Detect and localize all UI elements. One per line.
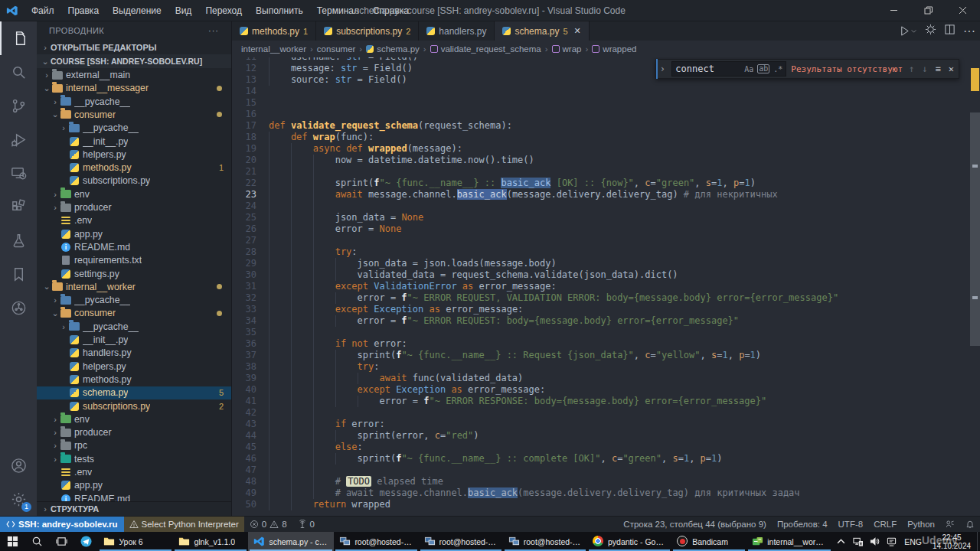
breadcrumb-wrapped[interactable]: wrapped (592, 44, 636, 54)
code-line-21[interactable]: 21 (232, 166, 980, 178)
tree-item-subscriptions.py[interactable]: subscriptions.py (37, 174, 231, 187)
workspace-section[interactable]: ⌄COURSE [SSH: ANDREY-SOBOLEV.RU] (37, 54, 231, 69)
whole-word-icon[interactable]: ab (757, 64, 769, 73)
code-line-38[interactable]: 38try: (232, 361, 980, 373)
editor-scrollbar[interactable] (970, 57, 980, 516)
tree-item-producer[interactable]: ›producer (37, 201, 231, 214)
find-close-icon[interactable]: ✕ (947, 64, 956, 75)
breadcrumb-internal__worker[interactable]: internal__worker (241, 44, 306, 54)
tree-item-methods.py[interactable]: methods.py (37, 373, 231, 386)
tree-item-__init__.py[interactable]: __init__.py (37, 135, 231, 148)
menu-3[interactable]: Вид (168, 0, 199, 21)
menu-0[interactable]: Файл (24, 0, 61, 21)
language-indicator[interactable]: ENG (900, 537, 926, 546)
code-line-39[interactable]: 39await func(validated_data) (232, 373, 980, 384)
code-line-20[interactable]: 20now = datetime.datetime.now().time() (232, 155, 980, 166)
tree-item-app.py[interactable]: app.py (37, 479, 231, 492)
code-line-42[interactable]: 42 (232, 407, 980, 419)
code-line-23[interactable]: 23await message.channel.basic_ack(messag… (232, 189, 980, 201)
tab-handlers.py[interactable]: handlers.py (419, 21, 495, 41)
taskbar-app-root@hosted-by:/v...[interactable]: root@hosted-by:/v... (334, 532, 418, 551)
tab-schema.py[interactable]: schema.py5✕ (495, 21, 589, 41)
taskbar-telegram-icon[interactable] (74, 532, 98, 551)
notifications-bell-icon[interactable] (960, 517, 980, 533)
code-line-25[interactable]: 25json_data = None (232, 212, 980, 223)
search-icon[interactable] (0, 55, 37, 89)
taskbar-app-glnk_v1.1.0[interactable]: glnk_v1.1.0 (173, 532, 248, 551)
tab-close-icon[interactable]: ✕ (574, 26, 581, 36)
taskbar-app-schema.py - course...[interactable]: schema.py - course... (248, 532, 334, 551)
code-line-50[interactable]: 50return wrapped (232, 499, 980, 510)
remote-indicator[interactable]: SSH: andrey-sobolev.ru (0, 517, 124, 533)
tray-chevron-icon[interactable] (832, 532, 849, 551)
tree-item-helpers.py[interactable]: helpers.py (37, 360, 231, 373)
account-icon[interactable] (0, 448, 37, 482)
problems-indicator[interactable]: 0 8 (244, 517, 292, 533)
tree-item-settings.py[interactable]: settings.py (37, 267, 231, 280)
tree-item-env[interactable]: ›env (37, 187, 231, 201)
tree-item-external__main[interactable]: ›external__main (37, 68, 231, 81)
close-button[interactable] (946, 0, 980, 21)
code-line-37[interactable]: 37sprint(f"~ {func.__name__} :: Request … (232, 350, 980, 361)
extensions-icon[interactable] (0, 190, 37, 223)
code-editor[interactable]: 11username: str = Field()12message: str … (232, 57, 980, 516)
code-line-22[interactable]: 22sprint(f"~ {func.__name__} :: basic_ac… (232, 178, 980, 189)
tree-item-.env[interactable]: .env (37, 465, 231, 478)
run-debug-icon[interactable] (0, 122, 37, 156)
tree-item-__pycache__[interactable]: ›__pycache__ (37, 122, 231, 135)
code-line-30[interactable]: 30validated_data = request_schema.valida… (232, 269, 980, 281)
notification-center-icon[interactable] (883, 532, 900, 551)
tree-item-consumer[interactable]: ⌄consumer (37, 307, 231, 320)
code-line-41[interactable]: 41error = f"~ ERROR RESPONSE: body={mess… (232, 396, 980, 407)
tree-item-__pycache__[interactable]: ›__pycache__ (37, 294, 231, 307)
restore-button[interactable] (911, 0, 946, 21)
code-line-18[interactable]: 18def wrap(func): (232, 132, 980, 143)
taskbar-app-Bandicam[interactable]: Bandicam (671, 532, 746, 551)
code-line-16[interactable]: 16 (232, 109, 980, 120)
code-line-15[interactable]: 15 (232, 97, 980, 109)
menu-6[interactable]: Терминал (310, 0, 366, 21)
project-tree-icon[interactable] (0, 291, 37, 324)
breadcrumb-schema.py[interactable]: schema.py (366, 44, 420, 54)
open-editors-section[interactable]: ›ОТКРЫТЫЕ РЕДАКТОРЫ (37, 41, 231, 54)
tree-item-tests[interactable]: ›tests (37, 452, 231, 465)
code-line-28[interactable]: 28try: (232, 246, 980, 258)
outline-section[interactable]: ›СТРУКТУРА (37, 501, 231, 516)
tree-item-internal__worker[interactable]: ⌄internal__worker (37, 280, 231, 293)
code-line-49[interactable]: 49# await message.channel.basic_ack(mess… (232, 487, 980, 499)
code-line-36[interactable]: 36if not error: (232, 338, 980, 350)
taskbar-clock[interactable]: 22:4514.10.2024Udemy (926, 533, 977, 550)
tree-item-methods.py[interactable]: methods.py1 (37, 161, 231, 174)
code-line-43[interactable]: 43if error: (232, 419, 980, 430)
tab-methods.py[interactable]: methods.py1 (232, 21, 316, 41)
taskbar-app-internal__worker - r...[interactable]: internal__worker - r... (746, 532, 832, 551)
find-toggle-chevron[interactable]: › (656, 59, 667, 79)
python-interpreter-button[interactable]: Select Python Interpreter (124, 517, 244, 533)
debug-settings-icon[interactable] (925, 24, 936, 38)
language-mode[interactable]: Python (902, 517, 940, 533)
bookmarks-icon[interactable] (0, 257, 37, 291)
more-actions-icon[interactable]: ··· (963, 24, 975, 38)
tree-item-.env[interactable]: .env (37, 214, 231, 227)
code-line-29[interactable]: 29json_data = json.loads(message.body) (232, 258, 980, 269)
tree-item-app.py[interactable]: app.py (37, 227, 231, 240)
tree-item-helpers.py[interactable]: helpers.py (37, 148, 231, 161)
tree-item-__pycache__[interactable]: ›__pycache__ (37, 95, 231, 108)
tree-item-__pycache__[interactable]: ›__pycache__ (37, 320, 231, 333)
test-beaker-icon[interactable] (0, 223, 37, 257)
minimize-button[interactable] (877, 0, 911, 21)
settings-gear-icon[interactable]: 1 (0, 482, 37, 516)
volume-icon[interactable] (866, 532, 883, 551)
code-line-14[interactable]: 14 (232, 86, 980, 97)
taskbar-app-root@hosted-by:/v...[interactable]: root@hosted-by:/v... (419, 532, 503, 551)
tree-item-schema.py[interactable]: schema.py5 (37, 386, 231, 399)
tree-item-README.md[interactable]: iREADME.md (37, 492, 231, 501)
code-line-35[interactable]: 35 (232, 327, 980, 338)
find-prev-icon[interactable]: ↑ (907, 64, 916, 75)
tree-item-handlers.py[interactable]: handlers.py (37, 347, 231, 360)
code-line-48[interactable]: 48# TODO elapsed time (232, 476, 980, 487)
scrollbar-thumb[interactable] (970, 112, 980, 346)
code-line-24[interactable]: 24 (232, 201, 980, 212)
code-line-34[interactable]: 34error = f"~ ERROR REQUEST: body={messa… (232, 315, 980, 327)
source-control-icon[interactable] (0, 89, 37, 122)
